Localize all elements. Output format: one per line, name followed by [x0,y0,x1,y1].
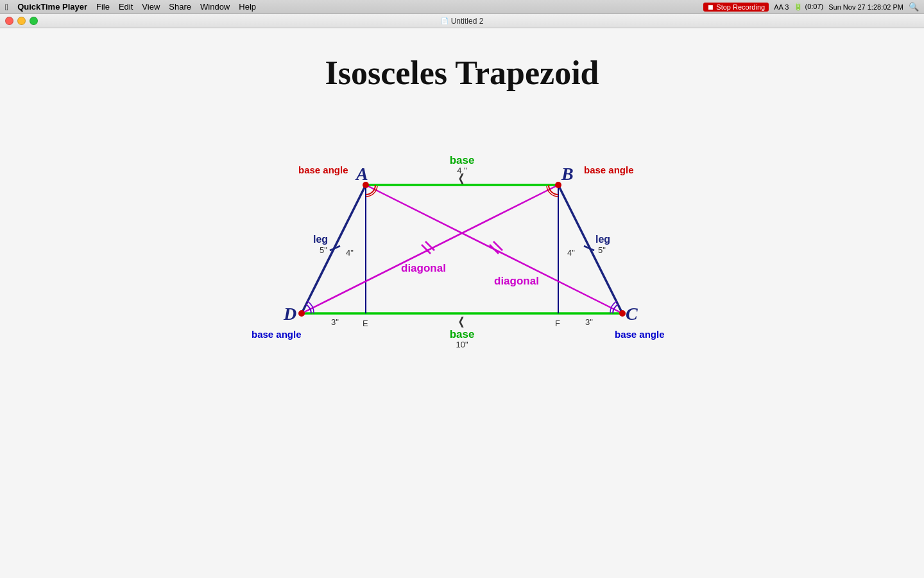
minimize-button[interactable] [17,17,26,25]
point-e-label: E [363,319,368,328]
vertex-label-a: A [355,164,368,184]
diagram-area: ❬ ❬ A B C D E F 4 " base base 10" 3" [237,130,687,374]
page-title: Isosceles Trapezoid [325,54,599,92]
maximize-button[interactable] [30,17,38,25]
vertex-label-b: B [561,164,574,184]
de-measure-label: 3" [331,317,339,327]
menu-bar:  QuickTime Player File Edit View Share … [0,0,924,14]
diagonal-db-line [302,185,558,313]
diagonal-label-1: diagonal [401,262,446,274]
vertex-c-dot [619,310,626,317]
top-base-label: base [450,154,475,166]
point-f-label: F [555,319,560,328]
top-measure-label: 4 " [457,166,467,175]
vertex-label-c: C [626,304,638,324]
base-angle-label-a: base angle [298,164,348,175]
bottom-measure-label: 10" [456,340,468,349]
menu-view[interactable]: View [142,2,160,12]
title-bar: 📄 Untitled 2 [0,14,924,28]
base-angle-label-d: base angle [252,329,302,340]
bottom-base-arrow: ❬ [457,316,465,328]
left-height-label: 4" [346,248,354,258]
left-leg-label: leg [313,234,328,245]
diagonal-label-2: diagonal [494,275,539,287]
status-aa: AA 3 [774,3,789,11]
menu-share[interactable]: Share [169,2,191,12]
document-icon: 📄 [441,17,449,24]
vertex-label-d: D [283,304,296,324]
fc-measure-label: 3" [585,317,593,327]
base-angle-label-b: base angle [584,164,634,175]
right-leg-measure: 5" [598,245,606,255]
window-title: Untitled 2 [451,17,484,26]
left-leg-measure: 5" [320,245,327,255]
apple-menu[interactable]:  [5,2,8,12]
menu-help[interactable]: Help [239,2,256,12]
bottom-base-label: base [450,328,475,340]
status-battery: 🔋 (0:07) [794,3,823,11]
angle-arc-c [613,304,618,313]
right-height-label: 4" [567,248,575,258]
app-name[interactable]: QuickTime Player [17,2,87,12]
menu-window[interactable]: Window [200,2,230,12]
trapezoid-diagram: ❬ ❬ A B C D E F 4 " base base 10" 3" [237,130,687,374]
stop-recording[interactable]: ⏹ Stop Recording [703,3,769,12]
vertex-d-dot [298,310,305,317]
base-angle-label-c: base angle [615,329,665,340]
menu-file[interactable]: File [96,2,110,12]
search-icon[interactable]: 🔍 [909,2,919,12]
right-leg-label: leg [595,234,610,245]
angle-arc-d [306,304,311,313]
main-content: Isosceles Trapezoid [0,28,924,578]
status-date-time: Sun Nov 27 1:28:02 PM [828,3,903,11]
menu-edit[interactable]: Edit [119,2,133,12]
close-button[interactable] [5,17,13,25]
vertex-b-dot [555,182,561,188]
